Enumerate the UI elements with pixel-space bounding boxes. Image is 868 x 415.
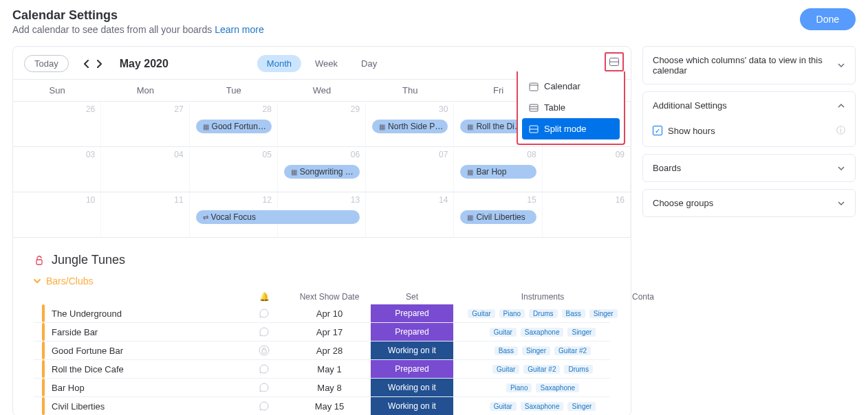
- status-cell[interactable]: Prepared: [371, 360, 453, 378]
- table-row[interactable]: Civil LibertiesMay 15Working on itGuitar…: [34, 397, 610, 415]
- group-header[interactable]: Bars/Clubs: [34, 271, 610, 291]
- highlight-box: [605, 52, 624, 71]
- chat-lock-icon[interactable]: [240, 344, 288, 357]
- instrument-chip: Saxaphone: [521, 402, 564, 411]
- chat-icon[interactable]: [240, 326, 288, 338]
- mode-table[interactable]: Table: [522, 97, 620, 118]
- day-header: Wed: [278, 80, 366, 101]
- column-date: 🔔: [240, 292, 288, 302]
- calendar-cell[interactable]: 11: [101, 192, 189, 237]
- calendar-event[interactable]: ▦Bar Hop: [460, 165, 536, 179]
- show-hours-checkbox[interactable]: ✓: [653, 126, 662, 135]
- day-header: Tue: [190, 80, 278, 101]
- calendar-cell[interactable]: 27: [101, 102, 189, 146]
- board-title: Jungle Tunes: [52, 253, 125, 267]
- chat-icon[interactable]: [240, 307, 288, 319]
- date-cell[interactable]: Apr 28: [288, 346, 371, 356]
- view-month[interactable]: Month: [257, 55, 301, 72]
- calendar-event[interactable]: ▦Civil Liberties: [460, 210, 536, 224]
- item-name: Farside Bar: [52, 327, 98, 337]
- info-icon[interactable]: ⓘ: [836, 124, 845, 137]
- calendar-cell[interactable]: 14: [366, 192, 454, 237]
- date-cell[interactable]: May 1: [288, 364, 371, 374]
- split-mode-icon[interactable]: [607, 55, 621, 69]
- event-icon: ▦: [379, 123, 385, 131]
- calendar-cell[interactable]: 29: [278, 102, 366, 146]
- table-row[interactable]: Bar HopMay 8Working on itPianoSaxaphoneA…: [34, 379, 610, 397]
- table-row[interactable]: Good Fortune BarApr 28Working on itBassS…: [34, 341, 610, 360]
- event-icon: ▦: [467, 214, 473, 221]
- instrument-chip: Piano: [499, 309, 525, 318]
- date-number: 11: [174, 195, 183, 205]
- group-color-bar: [42, 397, 45, 415]
- date-number: 06: [351, 150, 360, 159]
- view-day[interactable]: Day: [351, 55, 387, 72]
- calendar-cell[interactable]: 03: [13, 147, 101, 192]
- event-label: Civil Liberties: [476, 212, 525, 222]
- chat-icon[interactable]: [240, 363, 288, 375]
- instrument-chip: Singer: [522, 346, 550, 355]
- instrument-chip: Guitar: [490, 402, 517, 411]
- view-week[interactable]: Week: [305, 55, 347, 72]
- date-number: 29: [351, 104, 360, 114]
- group-color-bar: [42, 379, 45, 396]
- date-cell[interactable]: May 15: [288, 401, 371, 412]
- additional-settings-section[interactable]: Additional Settings: [643, 92, 855, 119]
- column-instruments: Instruments: [453, 292, 632, 302]
- calendar-cell[interactable]: 10: [13, 192, 101, 237]
- calendar-cell[interactable]: 07: [366, 147, 454, 192]
- choose-groups-section[interactable]: Choose groups: [643, 190, 855, 216]
- calendar-cell[interactable]: 16: [543, 192, 631, 237]
- table-row[interactable]: The UndergroundApr 10PreparedGuitarPiano…: [34, 304, 610, 323]
- choose-columns-section[interactable]: Choose which columns' data to view in th…: [643, 47, 855, 84]
- board-split-table: Jungle Tunes Bars/Clubs 🔔 Next Show Date…: [34, 246, 610, 415]
- instrument-chip: Bass: [495, 346, 518, 355]
- status-cell[interactable]: Working on it: [371, 397, 453, 415]
- svg-rect-2: [530, 83, 538, 91]
- chat-icon[interactable]: [240, 381, 288, 394]
- group-color-bar: [42, 341, 45, 359]
- calendar-cell[interactable]: 09: [543, 147, 631, 192]
- boards-section[interactable]: Boards: [643, 155, 855, 181]
- instrument-chip: Guitar #2: [523, 365, 560, 374]
- table-row[interactable]: Farside BarApr 17PreparedGuitarSaxaphone…: [34, 323, 610, 341]
- instruments-cell[interactable]: GuitarPianoDrumsBassSinger: [453, 308, 632, 319]
- calendar-cell[interactable]: 26: [13, 102, 101, 146]
- table-row[interactable]: Roll the Dice CafeMay 1PreparedGuitarGui…: [34, 360, 610, 379]
- event-icon: ⇄: [203, 214, 208, 221]
- column-contact: Conta: [632, 292, 654, 302]
- instruments-cell[interactable]: BassSingerGuitar #2: [453, 345, 632, 357]
- calendar-cell[interactable]: 05: [190, 147, 278, 192]
- calendar-event[interactable]: ▦Good Fortun…: [196, 120, 272, 133]
- instruments-cell[interactable]: GuitarSaxaphoneSinger: [453, 401, 632, 412]
- calendar-event[interactable]: ▦North Side P…: [372, 120, 448, 133]
- instruments-cell[interactable]: GuitarSaxaphoneSinger: [453, 326, 632, 338]
- calendar-event[interactable]: ⇄Vocal Focus: [196, 210, 360, 224]
- instrument-chip: Singer: [589, 309, 618, 318]
- calendar-event[interactable]: ▦Songwriting …: [284, 165, 360, 179]
- today-button[interactable]: Today: [24, 55, 69, 72]
- date-number: 12: [262, 195, 271, 205]
- instruments-cell[interactable]: GuitarGuitar #2Drums: [453, 363, 632, 375]
- calendar-cell[interactable]: 04: [101, 147, 189, 192]
- instrument-chip: Singer: [567, 402, 596, 411]
- event-icon: ▦: [467, 123, 473, 131]
- status-cell[interactable]: Working on it: [371, 341, 453, 359]
- done-button[interactable]: Done: [800, 8, 856, 30]
- date-cell[interactable]: Apr 10: [288, 309, 371, 319]
- prev-arrow-icon[interactable]: [84, 60, 89, 68]
- next-arrow-icon[interactable]: [96, 60, 102, 68]
- instruments-cell[interactable]: PianoSaxaphone: [453, 382, 632, 394]
- learn-more-link[interactable]: Learn more: [215, 24, 264, 35]
- date-cell[interactable]: May 8: [288, 383, 371, 393]
- date-cell[interactable]: Apr 17: [288, 327, 371, 337]
- status-cell[interactable]: Prepared: [371, 323, 453, 341]
- status-cell[interactable]: Prepared: [371, 304, 453, 322]
- mode-split[interactable]: Split mode: [522, 118, 620, 139]
- page-subtitle: Add calendar to see dates from all your …: [12, 24, 264, 35]
- mode-calendar[interactable]: Calendar: [522, 76, 620, 97]
- date-number: 15: [527, 195, 536, 205]
- status-cell[interactable]: Working on it: [371, 379, 453, 396]
- chat-icon[interactable]: [240, 400, 288, 412]
- date-number: 03: [86, 150, 95, 159]
